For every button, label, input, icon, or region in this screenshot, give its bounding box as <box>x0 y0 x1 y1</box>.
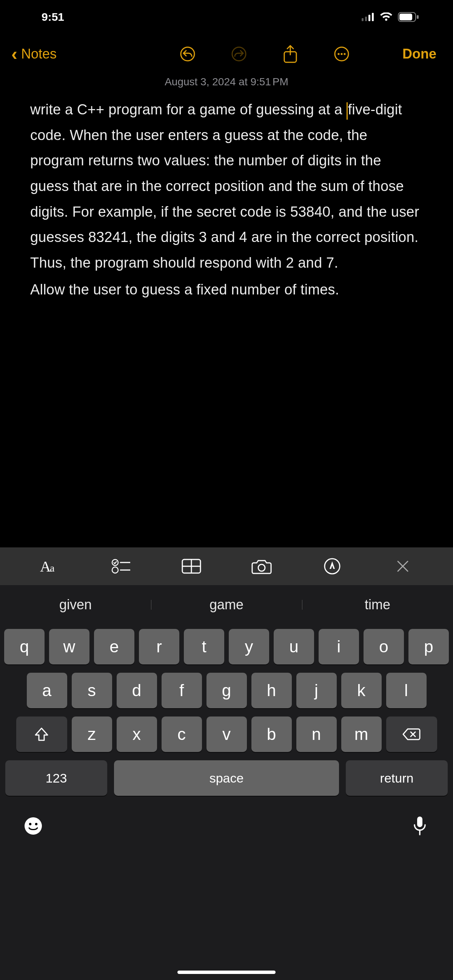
cellular-icon <box>362 13 375 21</box>
svg-point-12 <box>340 53 342 55</box>
svg-rect-3 <box>372 13 374 21</box>
checklist-icon <box>111 558 130 574</box>
more-icon <box>333 46 350 62</box>
close-toolbar-button[interactable] <box>391 555 414 578</box>
key-q[interactable]: q <box>4 629 45 664</box>
svg-point-13 <box>343 53 345 55</box>
svg-rect-5 <box>399 14 412 21</box>
key-h[interactable]: h <box>251 673 292 708</box>
key-g[interactable]: g <box>207 673 247 708</box>
svg-point-25 <box>25 817 42 835</box>
key-v[interactable]: v <box>207 716 247 752</box>
key-c[interactable]: c <box>162 716 202 752</box>
svg-point-11 <box>337 53 339 55</box>
key-row-2: a s d f g h j k l <box>4 673 449 708</box>
dictation-button[interactable] <box>409 815 430 837</box>
key-row-1: q w e r t y u i o p <box>4 629 449 664</box>
keyboard: A a <box>0 547 453 980</box>
svg-point-26 <box>29 823 31 825</box>
suggestion-bar: given game time <box>0 585 453 624</box>
status-time: 9:51 <box>41 11 64 24</box>
key-x[interactable]: x <box>117 716 157 752</box>
key-f[interactable]: f <box>162 673 202 708</box>
key-e[interactable]: e <box>94 629 134 664</box>
close-icon <box>396 559 410 573</box>
key-k[interactable]: k <box>341 673 381 708</box>
svg-rect-1 <box>365 17 367 21</box>
shift-icon <box>34 727 49 742</box>
key-return[interactable]: return <box>346 760 448 796</box>
markup-icon <box>324 558 341 575</box>
markup-button[interactable] <box>321 555 343 578</box>
back-button[interactable]: ‹ Notes <box>11 45 57 63</box>
svg-text:a: a <box>50 562 55 574</box>
attachment-toolbar: A a <box>0 547 453 585</box>
emoji-icon <box>24 816 43 835</box>
key-o[interactable]: o <box>364 629 404 664</box>
key-s[interactable]: s <box>72 673 112 708</box>
key-d[interactable]: d <box>117 673 157 708</box>
share-button[interactable] <box>281 45 300 64</box>
status-indicators <box>362 12 419 22</box>
svg-point-24 <box>325 559 340 574</box>
note-text-after-caret: five-digit code. When the user enters a … <box>30 102 420 270</box>
text-format-button[interactable]: A a <box>39 555 62 578</box>
camera-icon <box>251 558 272 574</box>
key-n[interactable]: n <box>296 716 337 752</box>
status-bar: 9:51 <box>0 0 453 34</box>
note-text-line2: Allow the user to guess a fixed number o… <box>30 277 423 303</box>
table-icon <box>181 559 201 574</box>
more-button[interactable] <box>332 45 351 64</box>
note-date: August 3, 2024 at 9:51 PM <box>0 73 453 97</box>
key-l[interactable]: l <box>386 673 427 708</box>
mic-icon <box>412 816 428 836</box>
key-i[interactable]: i <box>319 629 359 664</box>
key-u[interactable]: u <box>274 629 314 664</box>
back-label: Notes <box>21 46 57 62</box>
note-text-before-caret: write a C++ program for a game of guessi… <box>30 102 347 118</box>
text-format-icon: A a <box>40 558 60 574</box>
svg-rect-28 <box>417 816 423 827</box>
suggestion-1[interactable]: given <box>0 597 151 612</box>
svg-rect-0 <box>362 18 364 21</box>
camera-button[interactable] <box>250 555 273 578</box>
key-y[interactable]: y <box>229 629 269 664</box>
svg-point-8 <box>232 47 246 61</box>
keyboard-footer <box>0 804 453 837</box>
key-a[interactable]: a <box>27 673 67 708</box>
svg-point-23 <box>258 564 265 571</box>
key-p[interactable]: p <box>408 629 449 664</box>
key-space[interactable]: space <box>114 760 339 796</box>
done-button[interactable]: Done <box>402 46 436 62</box>
key-numbers[interactable]: 123 <box>5 760 107 796</box>
svg-rect-6 <box>417 15 419 19</box>
key-m[interactable]: m <box>341 716 381 752</box>
battery-icon <box>398 12 419 22</box>
note-body[interactable]: write a C++ program for a game of guessi… <box>0 97 453 303</box>
undo-icon <box>179 46 196 62</box>
chevron-left-icon: ‹ <box>11 45 17 63</box>
nav-bar: ‹ Notes <box>0 34 453 73</box>
delete-icon <box>402 727 421 741</box>
key-w[interactable]: w <box>49 629 89 664</box>
key-z[interactable]: z <box>72 716 112 752</box>
svg-point-7 <box>181 47 194 61</box>
key-r[interactable]: r <box>139 629 179 664</box>
text-cursor <box>347 102 348 120</box>
undo-button[interactable] <box>178 45 197 64</box>
suggestion-3[interactable]: time <box>302 597 453 612</box>
home-indicator[interactable] <box>177 970 276 974</box>
key-delete[interactable] <box>386 716 437 752</box>
table-button[interactable] <box>180 555 203 578</box>
key-t[interactable]: t <box>184 629 224 664</box>
key-j[interactable]: j <box>296 673 337 708</box>
suggestion-2[interactable]: game <box>151 597 302 612</box>
checklist-button[interactable] <box>110 555 132 578</box>
emoji-button[interactable] <box>23 815 44 837</box>
svg-point-18 <box>112 567 118 573</box>
key-b[interactable]: b <box>251 716 292 752</box>
key-row-3: z x c v b n m <box>4 716 449 752</box>
redo-icon <box>230 46 247 62</box>
key-rows: q w e r t y u i o p a s d f g h j k l <box>0 624 453 796</box>
key-shift[interactable] <box>16 716 67 752</box>
